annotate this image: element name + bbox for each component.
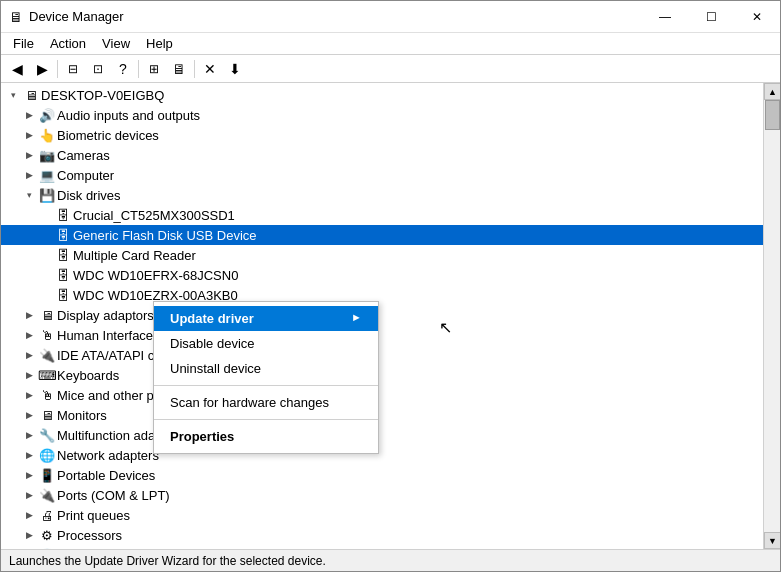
ide-expand-icon[interactable]: ▶ <box>21 347 37 363</box>
multi-expand-icon[interactable]: ▶ <box>21 427 37 443</box>
ctx-update-driver[interactable]: Update driver ► <box>154 306 378 331</box>
root-expand-icon[interactable]: ▾ <box>5 87 21 103</box>
tree-item-ide[interactable]: ▶ 🔌 IDE ATA/ATAPI controllers <box>1 345 763 365</box>
scroll-up-arrow[interactable]: ▲ <box>764 83 780 100</box>
keyboards-expand-icon[interactable]: ▶ <box>21 367 37 383</box>
tree-item-disk-drives[interactable]: ▾ 💾 Disk drives <box>1 185 763 205</box>
flash-icon: 🗄 <box>55 227 71 243</box>
content-area: ▾ 🖥 DESKTOP-V0EIGBQ ▶ 🔊 Audio inputs and… <box>1 83 780 549</box>
mice-icon: 🖱 <box>39 387 55 403</box>
tree-item-wdc2[interactable]: ▶ 🗄 WDC WD10EZRX-00A3KB0 <box>1 285 763 305</box>
tree-item-biometric[interactable]: ▶ 👆 Biometric devices <box>1 125 763 145</box>
network-expand-icon[interactable]: ▶ <box>21 447 37 463</box>
disk-drives-label: Disk drives <box>57 188 121 203</box>
keyboards-icon: ⌨ <box>39 367 55 383</box>
toolbar-download[interactable]: ⬇ <box>223 57 247 81</box>
toolbar-update-driver[interactable]: ⊡ <box>86 57 110 81</box>
ports-expand-icon[interactable]: ▶ <box>21 487 37 503</box>
display-expand-icon[interactable]: ▶ <box>21 307 37 323</box>
menu-view[interactable]: View <box>94 33 138 54</box>
toolbar-forward[interactable]: ▶ <box>30 57 54 81</box>
audio-icon: 🔊 <box>39 107 55 123</box>
toolbar-separator-2 <box>138 60 139 78</box>
flash-label: Generic Flash Disk USB Device <box>73 228 257 243</box>
cameras-icon: 📷 <box>39 147 55 163</box>
tree-item-ports[interactable]: ▶ 🔌 Ports (COM & LPT) <box>1 485 763 505</box>
tree-item-cameras[interactable]: ▶ 📷 Cameras <box>1 145 763 165</box>
root-label: DESKTOP-V0EIGBQ <box>41 88 164 103</box>
scroll-down-arrow[interactable]: ▼ <box>764 532 780 549</box>
tree-item-multiple-card[interactable]: ▶ 🗄 Multiple Card Reader <box>1 245 763 265</box>
menu-help[interactable]: Help <box>138 33 181 54</box>
vertical-scrollbar[interactable]: ▲ ▼ <box>763 83 780 549</box>
print-label: Print queues <box>57 508 130 523</box>
ctx-separator-2 <box>154 419 378 420</box>
minimize-button[interactable]: — <box>642 1 688 33</box>
wdc1-icon: 🗄 <box>55 267 71 283</box>
portable-label: Portable Devices <box>57 468 155 483</box>
network-icon: 🌐 <box>39 447 55 463</box>
ctx-uninstall-device[interactable]: Uninstall device <box>154 356 378 381</box>
window-controls: — ☐ ✕ <box>642 1 780 33</box>
tree-item-software[interactable]: ▶ 💿 Software devices <box>1 545 763 549</box>
toolbar-properties[interactable]: ⊟ <box>61 57 85 81</box>
disk-expand-icon[interactable]: ▾ <box>21 187 37 203</box>
tree-pane[interactable]: ▾ 🖥 DESKTOP-V0EIGBQ ▶ 🔊 Audio inputs and… <box>1 83 763 549</box>
tree-item-multifunction[interactable]: ▶ 🔧 Multifunction adapters <box>1 425 763 445</box>
tree-item-hid[interactable]: ▶ 🖱 Human Interface Devices <box>1 325 763 345</box>
menu-bar: File Action View Help <box>1 33 780 55</box>
maximize-button[interactable]: ☐ <box>688 1 734 33</box>
cpu-expand-icon[interactable]: ▶ <box>21 527 37 543</box>
tree-item-monitors[interactable]: ▶ 🖥 Monitors <box>1 405 763 425</box>
tree-item-processors[interactable]: ▶ ⚙ Processors <box>1 525 763 545</box>
toolbar-back[interactable]: ◀ <box>5 57 29 81</box>
tree-item-keyboards[interactable]: ▶ ⌨ Keyboards <box>1 365 763 385</box>
toolbar-help[interactable]: ? <box>111 57 135 81</box>
tree-root[interactable]: ▾ 🖥 DESKTOP-V0EIGBQ <box>1 85 763 105</box>
tree-item-print[interactable]: ▶ 🖨 Print queues <box>1 505 763 525</box>
cameras-expand-icon[interactable]: ▶ <box>21 147 37 163</box>
ctx-properties[interactable]: Properties <box>154 424 378 449</box>
menu-action[interactable]: Action <box>42 33 94 54</box>
portable-expand-icon[interactable]: ▶ <box>21 467 37 483</box>
toolbar-scan[interactable]: ⊞ <box>142 57 166 81</box>
crucial-icon: 🗄 <box>55 207 71 223</box>
computer-node-icon: 💻 <box>39 167 55 183</box>
close-button[interactable]: ✕ <box>734 1 780 33</box>
print-icon: 🖨 <box>39 507 55 523</box>
biometric-expand-icon[interactable]: ▶ <box>21 127 37 143</box>
tree-item-audio[interactable]: ▶ 🔊 Audio inputs and outputs <box>1 105 763 125</box>
tree-item-mice[interactable]: ▶ 🖱 Mice and other pointing devices <box>1 385 763 405</box>
monitors-label: Monitors <box>57 408 107 423</box>
title-icon: 🖥 <box>9 9 23 25</box>
print-expand-icon[interactable]: ▶ <box>21 507 37 523</box>
toolbar-separator-3 <box>194 60 195 78</box>
menu-file[interactable]: File <box>5 33 42 54</box>
mice-expand-icon[interactable]: ▶ <box>21 387 37 403</box>
tree-item-crucial[interactable]: ▶ 🗄 Crucial_CT525MX300SSD1 <box>1 205 763 225</box>
toolbar-uninstall[interactable]: ✕ <box>198 57 222 81</box>
monitors-expand-icon[interactable]: ▶ <box>21 407 37 423</box>
hid-expand-icon[interactable]: ▶ <box>21 327 37 343</box>
software-expand-icon[interactable]: ▶ <box>21 547 37 549</box>
scroll-track[interactable] <box>764 100 780 532</box>
ctx-disable-device[interactable]: Disable device <box>154 331 378 356</box>
toolbar-device-view[interactable]: 🖥 <box>167 57 191 81</box>
tree-item-portable[interactable]: ▶ 📱 Portable Devices <box>1 465 763 485</box>
computer-expand-icon[interactable]: ▶ <box>21 167 37 183</box>
scroll-thumb[interactable] <box>765 100 780 130</box>
ctx-scan-hardware[interactable]: Scan for hardware changes <box>154 390 378 415</box>
tree-item-computer[interactable]: ▶ 💻 Computer <box>1 165 763 185</box>
tree-item-wdc1[interactable]: ▶ 🗄 WDC WD10EFRX-68JCSN0 <box>1 265 763 285</box>
wdc2-icon: 🗄 <box>55 287 71 303</box>
display-label: Display adaptors <box>57 308 154 323</box>
display-icon: 🖥 <box>39 307 55 323</box>
context-menu: Update driver ► Disable device Uninstall… <box>153 301 379 454</box>
cpu-icon: ⚙ <box>39 527 55 543</box>
ctx-separator <box>154 385 378 386</box>
tree-item-network[interactable]: ▶ 🌐 Network adapters <box>1 445 763 465</box>
card-icon: 🗄 <box>55 247 71 263</box>
tree-item-display[interactable]: ▶ 🖥 Display adaptors <box>1 305 763 325</box>
audio-expand-icon[interactable]: ▶ <box>21 107 37 123</box>
tree-item-generic-flash[interactable]: ▶ 🗄 Generic Flash Disk USB Device <box>1 225 763 245</box>
